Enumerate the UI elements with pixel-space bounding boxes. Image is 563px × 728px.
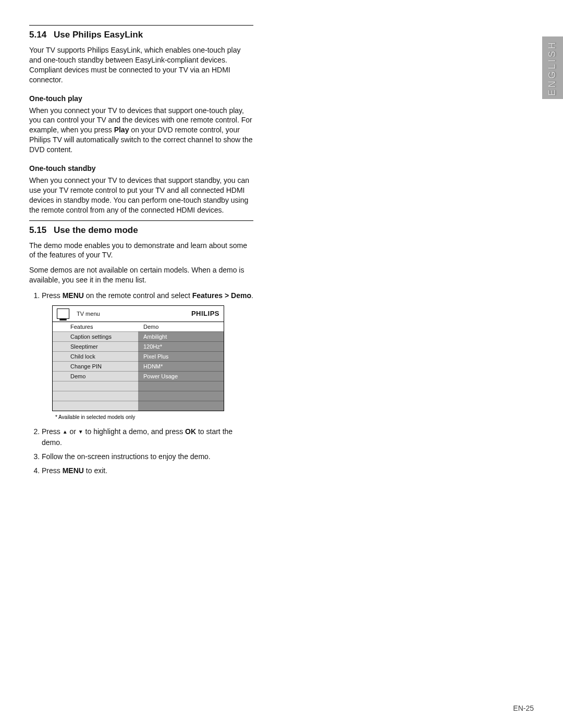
menu-right-item xyxy=(138,381,224,391)
menu-left-item xyxy=(53,401,138,411)
content-column: 5.14 Use Philips EasyLink Your TV suppor… xyxy=(29,25,253,476)
menu-left-item: Child lock xyxy=(53,351,138,361)
tv-menu-grid: Features Demo Caption settings Ambilight… xyxy=(53,322,224,411)
up-arrow-icon: ▲ xyxy=(63,429,68,435)
text-fragment: to exit. xyxy=(84,466,107,475)
section-rule xyxy=(29,220,253,221)
menu-right-item: Power Usage xyxy=(138,371,224,381)
text-fragment: Press xyxy=(42,291,63,300)
step-1: Press MENU on the remote control and sel… xyxy=(42,290,253,421)
bold-path: Features > Demo xyxy=(192,291,251,300)
easylink-intro: Your TV supports Philips EasyLink, which… xyxy=(29,45,253,85)
menu-footnote: * Available in selected models only xyxy=(55,413,253,421)
brand-label: PHILIPS xyxy=(191,309,219,319)
menu-right-item xyxy=(138,401,224,411)
bold-menu: MENU xyxy=(63,291,84,300)
menu-left-item: Demo xyxy=(53,371,138,381)
section-heading-easylink: 5.14 Use Philips EasyLink xyxy=(29,30,253,40)
menu-left-item: Caption settings xyxy=(53,331,138,341)
text-fragment: to highlight a demo, and press xyxy=(83,427,185,436)
menu-left-item: Sleeptimer xyxy=(53,341,138,351)
menu-right-item: Pixel Plus xyxy=(138,351,224,361)
tv-menu-diagram: TV menu PHILIPS Features Demo Caption se… xyxy=(52,305,224,411)
language-label: ENGLISH xyxy=(547,40,558,95)
text-fragment: . xyxy=(251,291,253,300)
section-title: Use Philips EasyLink xyxy=(54,30,143,40)
section-rule xyxy=(29,25,253,26)
section-number: 5.15 xyxy=(29,225,46,236)
menu-left-item xyxy=(53,391,138,401)
demo-intro-1: The demo mode enables you to demonstrate… xyxy=(29,241,253,261)
down-arrow-icon: ▼ xyxy=(78,429,83,435)
section-heading-demo: 5.15 Use the demo mode xyxy=(29,225,253,236)
text-fragment: Press xyxy=(42,427,63,436)
bold-ok: OK xyxy=(185,427,196,436)
bold-play: Play xyxy=(114,126,129,134)
text-fragment: or xyxy=(68,427,78,436)
tv-menu-title-wrap: TV menu xyxy=(57,309,191,319)
tv-menu-header: TV menu PHILIPS xyxy=(53,306,224,322)
bold-menu: MENU xyxy=(63,466,84,475)
tv-icon xyxy=(57,309,69,319)
one-touch-standby-body: When you connect your TV to devices that… xyxy=(29,176,253,215)
subheading-one-touch-standby: One-touch standby xyxy=(29,164,253,172)
section-title: Use the demo mode xyxy=(54,225,138,236)
step-2: Press ▲ or ▼ to highlight a demo, and pr… xyxy=(42,426,253,448)
subheading-one-touch-play: One-touch play xyxy=(29,94,253,103)
text-fragment: on the remote control and select xyxy=(84,291,192,300)
menu-col-header-left: Features xyxy=(53,322,138,331)
page: ENGLISH 5.14 Use Philips EasyLink Your T… xyxy=(0,0,563,728)
menu-left-item xyxy=(53,381,138,391)
menu-right-item: 120Hz* xyxy=(138,341,224,351)
menu-right-item xyxy=(138,391,224,401)
language-tab: ENGLISH xyxy=(542,36,563,99)
menu-col-header-right: Demo xyxy=(138,322,224,331)
page-number: EN-25 xyxy=(513,704,534,712)
menu-right-item: Ambilight xyxy=(138,331,224,341)
menu-left-item: Change PIN xyxy=(53,361,138,371)
one-touch-play-body: When you connect your TV to devices that… xyxy=(29,106,253,155)
step-4: Press MENU to exit. xyxy=(42,465,253,476)
tv-menu-title: TV menu xyxy=(77,310,100,318)
demo-steps: Press MENU on the remote control and sel… xyxy=(29,290,253,476)
menu-right-item: HDNM* xyxy=(138,361,224,371)
text-fragment: Press xyxy=(42,466,63,475)
section-number: 5.14 xyxy=(29,30,46,40)
step-3: Follow the on-screen instructions to enj… xyxy=(42,451,253,462)
demo-intro-2: Some demos are not available on certain … xyxy=(29,265,253,285)
